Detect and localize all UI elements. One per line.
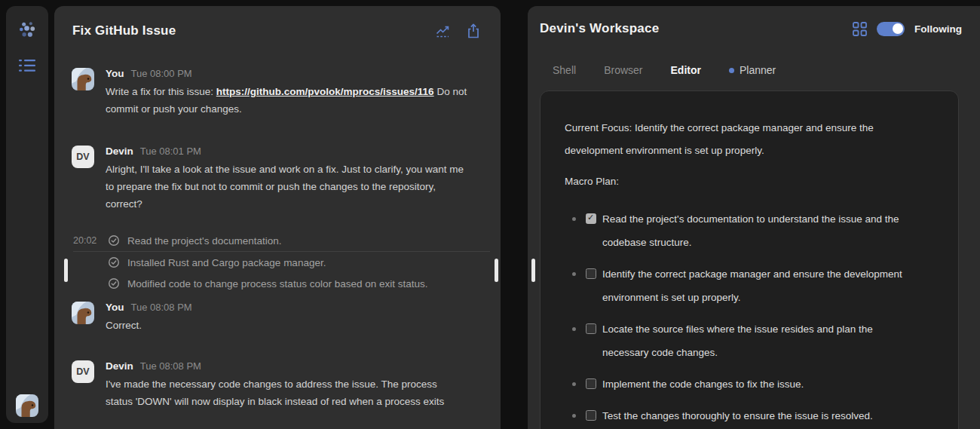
- timeline-item-text: Read the project's documentation.: [127, 235, 281, 247]
- session-list-icon[interactable]: [6, 40, 48, 73]
- user-avatar: [72, 302, 94, 324]
- plan-item-text: Read the project's documentation to unde…: [602, 207, 939, 254]
- user-avatar: [72, 68, 94, 90]
- chat-panel: Fix GitHub Issue: [54, 6, 501, 429]
- bullet-dot: [572, 217, 576, 221]
- chat-header: Fix GitHub Issue: [72, 23, 481, 39]
- message-timestamp: Tue 08:01 PM: [140, 146, 201, 157]
- timeline-row[interactable]: Modified code to change process status c…: [73, 273, 490, 294]
- current-focus-text: Current Focus: Identify the correct pack…: [565, 117, 931, 162]
- issue-link[interactable]: https://github.com/pvolok/mprocs/issues/…: [216, 86, 434, 97]
- timeline-row[interactable]: 20:02 Read the project's documentation.: [73, 230, 490, 252]
- plan-item-text: Implement the code changes to fix the is…: [602, 372, 939, 396]
- tab-planner[interactable]: Planner: [729, 64, 776, 76]
- macro-plan-list: Read the project's documentation to unde…: [565, 207, 939, 427]
- workspace-panel: Devin's Workspace Following Shell Browse…: [528, 6, 980, 429]
- timeline-item-text: Installed Rust and Cargo package manager…: [127, 257, 326, 268]
- chat-message: You Tue 08:00 PM Write a fix for this is…: [72, 68, 501, 118]
- share-icon[interactable]: [466, 23, 481, 39]
- plan-item: Locate the source files where the issue …: [565, 317, 939, 364]
- toggle-knob: [893, 23, 903, 34]
- message-text: I've made the necessary code changes to …: [106, 375, 444, 410]
- user-profile-avatar[interactable]: [16, 394, 38, 417]
- message-timestamp: Tue 08:00 PM: [131, 68, 192, 79]
- plan-checkbox[interactable]: [586, 410, 596, 421]
- plan-checkbox[interactable]: [586, 213, 596, 224]
- plan-item: Test the changes thoroughly to ensure th…: [565, 404, 939, 427]
- tab-editor[interactable]: Editor: [671, 64, 701, 76]
- plan-item-text: Test the changes thoroughly to ensure th…: [602, 404, 939, 427]
- bullet-dot: [572, 414, 576, 418]
- message-author: Devin: [106, 360, 133, 372]
- timeline-item-text: Modified code to change process status c…: [127, 278, 427, 290]
- message-author: You: [106, 68, 124, 79]
- plan-item-text: Locate the source files where the issue …: [602, 317, 939, 364]
- workspace-header: Devin's Workspace Following: [540, 21, 962, 36]
- plan-item-text: Identify the correct package manager and…: [602, 262, 939, 309]
- bullet-dot: [572, 382, 576, 386]
- check-circle-icon: [108, 277, 120, 290]
- workspace-title: Devin's Workspace: [540, 21, 659, 36]
- check-circle-icon: [108, 256, 120, 268]
- timeline-time: 20:02: [73, 235, 108, 246]
- plan-checkbox[interactable]: [586, 378, 596, 389]
- panel-resize-handle[interactable]: [531, 259, 535, 282]
- workspace-tabs: Shell Browser Editor Planner: [553, 64, 776, 76]
- tab-shell[interactable]: Shell: [553, 64, 576, 76]
- chat-message: DV Devin Tue 08:01 PM Alright, I'll take…: [72, 146, 464, 213]
- planner-view: Current Focus: Identify the correct pack…: [540, 90, 959, 429]
- following-toggle[interactable]: [877, 22, 905, 36]
- plan-item: Implement the code changes to fix the is…: [565, 372, 939, 396]
- message-text-prefix: Write a fix for this issue:: [106, 86, 216, 97]
- message-author: Devin: [106, 146, 133, 157]
- timeline-row[interactable]: Installed Rust and Cargo package manager…: [73, 252, 490, 273]
- message-text: Correct.: [106, 317, 192, 334]
- plan-checkbox[interactable]: [586, 323, 596, 334]
- action-timeline: 20:02 Read the project's documentation. …: [54, 230, 501, 294]
- devin-logo-icon[interactable]: [6, 6, 48, 40]
- tab-planner-label: Planner: [740, 64, 776, 76]
- planner-activity-dot: [729, 68, 734, 73]
- session-title: Fix GitHub Issue: [72, 23, 176, 38]
- message-timestamp: Tue 08:08 PM: [140, 360, 201, 372]
- devin-avatar: DV: [72, 146, 94, 168]
- left-sidebar: [6, 6, 48, 423]
- message-timestamp: Tue 08:08 PM: [131, 302, 192, 313]
- plan-checkbox[interactable]: [586, 268, 596, 279]
- plan-item: Read the project's documentation to unde…: [565, 207, 939, 254]
- devin-avatar: DV: [72, 360, 94, 383]
- usage-chart-icon[interactable]: [435, 23, 452, 39]
- plan-item: Identify the correct package manager and…: [565, 262, 939, 309]
- check-circle-icon: [108, 234, 120, 247]
- panel-resize-handle[interactable]: [495, 259, 498, 282]
- grid-layout-icon[interactable]: [853, 22, 867, 36]
- bullet-dot: [572, 272, 576, 276]
- chat-message: You Tue 08:08 PM Correct.: [72, 302, 192, 334]
- bullet-dot: [572, 327, 576, 331]
- chat-message: DV Devin Tue 08:08 PM I've made the nece…: [72, 360, 444, 410]
- panel-resize-handle[interactable]: [64, 259, 68, 282]
- following-label: Following: [914, 23, 962, 35]
- message-text: Write a fix for this issue: https://gith…: [106, 83, 501, 118]
- macro-plan-label: Macro Plan:: [565, 170, 939, 193]
- tab-browser[interactable]: Browser: [604, 64, 642, 76]
- message-author: You: [106, 302, 124, 313]
- message-text: Alright, I'll take a look at the issue a…: [106, 161, 464, 213]
